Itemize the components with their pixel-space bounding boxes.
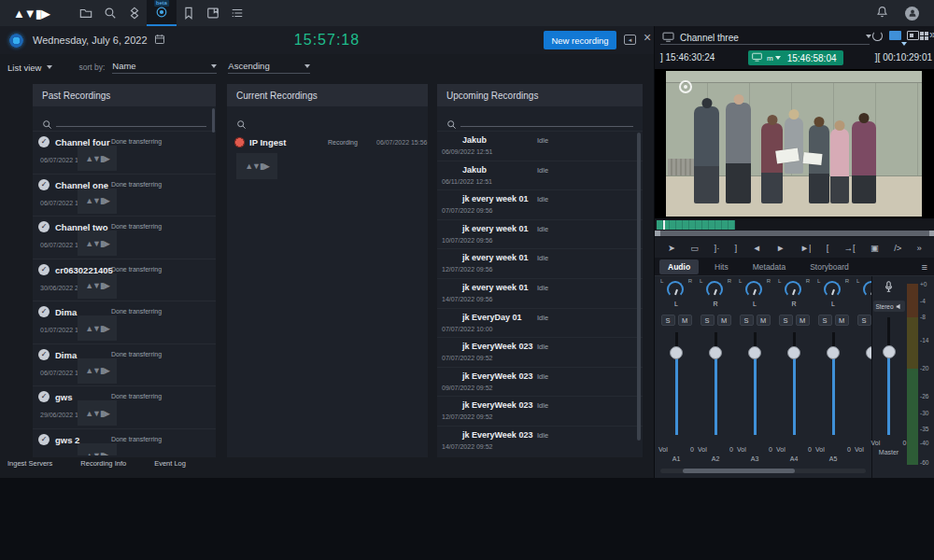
volume-fader[interactable]	[827, 332, 840, 435]
search-input[interactable]	[56, 114, 206, 127]
scheduled-recording-item[interactable]: Jakub Idle 06/11/2022 12:51	[437, 161, 643, 190]
bottom-tab[interactable]: Ingest Servers	[7, 459, 52, 468]
notifications-icon[interactable]	[876, 5, 888, 21]
mute-button[interactable]: M	[678, 315, 692, 326]
fader-handle[interactable]	[883, 345, 896, 358]
sort-order-select[interactable]: Ascending	[228, 61, 310, 74]
pan-knob[interactable]	[785, 281, 801, 298]
scheduled-recording-item[interactable]: jk every week 01 Idle 14/07/2022 09:56	[437, 278, 643, 308]
refresh-icon[interactable]	[872, 31, 883, 41]
fader-handle[interactable]	[670, 346, 683, 359]
scheduled-recording-item[interactable]: jk EveryDay 01 Idle 07/07/2022 10:00	[437, 308, 643, 338]
pan-knob[interactable]	[745, 281, 762, 298]
scheduled-recording-item[interactable]: jk every week 01 Idle 12/07/2022 09:56	[437, 248, 643, 278]
clip-thumbnail[interactable]: ▲▼▮▶	[78, 146, 117, 171]
multicam-grid-icon[interactable]	[920, 32, 928, 40]
volume-fader[interactable]	[709, 332, 722, 435]
clip-thumbnail[interactable]: ▲▼▮▶	[78, 400, 117, 426]
search-input[interactable]	[460, 114, 633, 127]
pip-icon[interactable]: ▣	[870, 243, 879, 253]
scheduled-recording-item[interactable]: jk every week 01 Idle 07/07/2022 09:56	[437, 189, 643, 219]
view-mode-select[interactable]: List view	[7, 63, 52, 73]
solo-button[interactable]: S	[857, 315, 871, 326]
send-to-playback-icon[interactable]: ➤	[668, 243, 675, 253]
browse-icon[interactable]	[74, 0, 98, 26]
more-transport-icon[interactable]: »	[917, 243, 922, 253]
solo-button[interactable]: S	[740, 315, 754, 326]
goto-in-icon[interactable]: ]·	[715, 243, 720, 253]
volume-fader[interactable]	[670, 332, 683, 435]
solo-button[interactable]: S	[700, 315, 715, 326]
search-icon[interactable]	[98, 0, 122, 26]
recording-list-item[interactable]: ✓ Dima Done transferring 06/07/2022 13:3…	[33, 343, 216, 386]
chevron-down-icon[interactable]	[866, 35, 871, 38]
mute-button[interactable]: M	[796, 315, 810, 326]
solo-button[interactable]: S	[818, 315, 832, 326]
scheduled-recording-item[interactable]: jk every week 01 Idle 10/07/2022 09:56	[437, 219, 643, 249]
recording-list-item[interactable]: ✓ Channel two Done transferring 06/07/20…	[33, 216, 216, 259]
stereo-mode-badge[interactable]: Stereo	[873, 301, 905, 312]
record-timeline[interactable]	[655, 220, 934, 230]
microphone-icon[interactable]	[884, 279, 893, 296]
recording-list-item[interactable]: ✓ gws Done transferring 29/06/2022 11:36…	[33, 385, 216, 428]
scheduled-recording-item[interactable]: jk EveryWeek 023 Idle 07/07/2022 09:52	[437, 337, 643, 367]
step-forward-icon[interactable]: ►|	[800, 243, 812, 253]
solo-button[interactable]: S	[661, 315, 675, 326]
tab-metadata[interactable]: Metadata	[744, 259, 794, 274]
clip-thumbnail[interactable]: ▲▼▮▶	[78, 315, 117, 341]
timeline-scrollbar[interactable]	[655, 231, 934, 236]
timecode-mode[interactable]: m	[767, 54, 773, 63]
volume-fader[interactable]	[787, 332, 800, 435]
layout-preset-icon[interactable]	[889, 31, 901, 40]
bookmark-icon[interactable]	[177, 0, 201, 26]
capture-tab-icon[interactable]: beta	[147, 0, 177, 26]
mark-in-icon[interactable]: [	[827, 243, 829, 253]
scheduled-recording-item[interactable]: jk EveryWeek 023 Idle 12/07/2022 09:52	[437, 396, 643, 426]
queue-icon[interactable]	[225, 0, 249, 26]
recording-list-item[interactable]: ✓ gws 2 Done transferring 29/06/2022 11:…	[33, 428, 216, 456]
scrollbar[interactable]	[212, 108, 215, 133]
scheduled-recording-item[interactable]: jk EveryWeek 023 Idle 09/07/2022 09:52	[437, 367, 643, 397]
video-preview[interactable]	[655, 69, 934, 218]
pan-knob[interactable]	[667, 281, 684, 298]
play-icon[interactable]: ►	[776, 243, 785, 253]
audio-patch-icon[interactable]: />	[894, 243, 901, 253]
clip-thumbnail[interactable]: ▲▼▮▶	[78, 443, 117, 456]
goto-out-icon[interactable]: →[	[844, 243, 856, 253]
recording-list-item[interactable]: ✓ Dima Done transferring 01/07/2022 13:1…	[33, 301, 216, 343]
new-recording-button[interactable]: New recording	[544, 31, 616, 49]
sort-field-select[interactable]: Name	[112, 61, 217, 74]
open-in-monitor-icon[interactable]: ▭	[690, 243, 699, 253]
clip-thumbnail[interactable]: ▲▼▮▶	[78, 273, 117, 299]
bottom-tab[interactable]: Recording Info	[80, 459, 126, 468]
mixer-scrollbar[interactable]	[660, 469, 866, 473]
clip-thumbnail[interactable]: ▲▼▮▶	[78, 189, 117, 214]
close-icon[interactable]: ×	[644, 30, 651, 45]
recording-list-item[interactable]: ✓ Channel four Done transferring 06/07/2…	[33, 131, 216, 174]
channel-select[interactable]: Channel three	[680, 33, 739, 43]
volume-fader[interactable]	[748, 332, 761, 435]
calendar-icon[interactable]	[154, 32, 165, 49]
expand-panel-icon[interactable]: »	[929, 28, 934, 41]
mute-button[interactable]: M	[835, 315, 849, 326]
tab-audio[interactable]: Audio	[659, 259, 699, 274]
collections-icon[interactable]	[122, 0, 147, 26]
dock-panel-icon[interactable]: ◂	[624, 35, 636, 45]
scheduled-recording-item[interactable]: jk EveryWeek 023 Idle 14/07/2022 09:52	[437, 426, 643, 455]
scrollbar[interactable]	[637, 133, 641, 441]
scheduled-recording-item[interactable]: Jakub Idle 06/09/2022 12:51	[437, 131, 643, 161]
pan-knob[interactable]	[706, 281, 723, 298]
fader-handle[interactable]	[748, 346, 761, 359]
tab-storyboard[interactable]: Storyboard	[801, 259, 857, 274]
out-bracket-icon[interactable]: ]	[735, 243, 738, 253]
mute-button[interactable]: M	[717, 315, 731, 326]
preview-panel-icon[interactable]	[907, 31, 919, 40]
step-back-icon[interactable]: ◄	[752, 243, 760, 253]
fader-handle[interactable]	[827, 346, 840, 359]
fader-handle[interactable]	[709, 346, 722, 359]
bottom-tab[interactable]: Event Log	[154, 459, 186, 468]
menu-icon[interactable]: ≡	[922, 264, 927, 270]
tab-hits[interactable]: Hits	[706, 259, 737, 274]
current-timecode-badge[interactable]: m 15:46:58:04	[748, 50, 843, 65]
recording-list-item[interactable]: IP Ingest Recording 06/07/2022 15:56 ▲▼▮…	[227, 131, 428, 185]
